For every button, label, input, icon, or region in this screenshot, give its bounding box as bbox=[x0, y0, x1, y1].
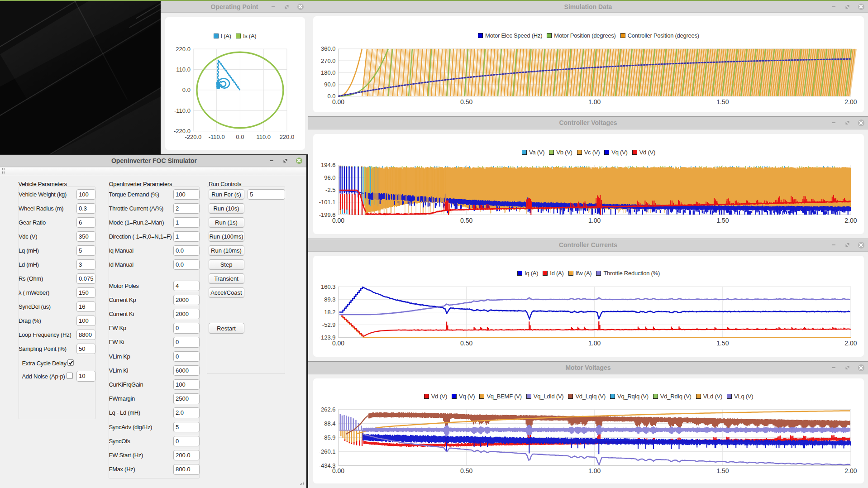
svg-text:1.00: 1.00 bbox=[588, 467, 601, 474]
svg-text:0.0: 0.0 bbox=[236, 134, 244, 140]
svg-text:110.0: 110.0 bbox=[256, 134, 271, 140]
svg-text:90.0: 90.0 bbox=[324, 81, 335, 88]
svg-text:88.4: 88.4 bbox=[324, 420, 335, 427]
svg-text:0.50: 0.50 bbox=[460, 467, 472, 474]
svg-text:1.00: 1.00 bbox=[588, 340, 601, 347]
svg-text:-260.1: -260.1 bbox=[319, 448, 336, 455]
svg-text:1.50: 1.50 bbox=[716, 217, 729, 224]
svg-text:220.0: 220.0 bbox=[176, 46, 191, 53]
svg-text:2.00: 2.00 bbox=[844, 98, 857, 105]
svg-text:0.0: 0.0 bbox=[182, 86, 190, 93]
svg-text:-52.9: -52.9 bbox=[322, 321, 336, 328]
svg-text:-220.0: -220.0 bbox=[185, 134, 201, 140]
svg-text:0.50: 0.50 bbox=[460, 340, 472, 347]
svg-text:96.0: 96.0 bbox=[324, 174, 335, 181]
svg-text:-85.9: -85.9 bbox=[322, 434, 336, 441]
svg-text:2.00: 2.00 bbox=[844, 467, 857, 474]
svg-text:110.0: 110.0 bbox=[176, 66, 191, 73]
svg-text:0.00: 0.00 bbox=[332, 467, 344, 474]
svg-text:194.6: 194.6 bbox=[321, 162, 336, 168]
svg-text:0.00: 0.00 bbox=[332, 340, 344, 347]
svg-text:270.0: 270.0 bbox=[321, 57, 336, 64]
svg-text:0.00: 0.00 bbox=[332, 98, 344, 105]
svg-text:1.50: 1.50 bbox=[716, 98, 729, 105]
svg-text:1.50: 1.50 bbox=[716, 467, 729, 474]
svg-text:18.2: 18.2 bbox=[324, 309, 335, 316]
svg-text:89.3: 89.3 bbox=[324, 296, 335, 303]
svg-text:360.0: 360.0 bbox=[321, 45, 336, 52]
svg-text:220.0: 220.0 bbox=[279, 134, 294, 140]
svg-text:1.00: 1.00 bbox=[588, 98, 601, 105]
svg-text:1.50: 1.50 bbox=[716, 340, 729, 347]
svg-text:160.3: 160.3 bbox=[321, 283, 336, 290]
svg-text:262.6: 262.6 bbox=[321, 406, 336, 413]
svg-text:2.00: 2.00 bbox=[844, 217, 857, 224]
svg-text:0.00: 0.00 bbox=[332, 217, 344, 224]
svg-text:2.00: 2.00 bbox=[844, 340, 857, 347]
svg-text:1.00: 1.00 bbox=[588, 217, 601, 224]
svg-text:-2.5: -2.5 bbox=[325, 187, 335, 193]
svg-text:0.50: 0.50 bbox=[460, 217, 472, 224]
svg-text:0.50: 0.50 bbox=[460, 98, 472, 105]
svg-text:-110.0: -110.0 bbox=[208, 134, 224, 140]
svg-text:-110.0: -110.0 bbox=[174, 107, 190, 114]
svg-text:-101.1: -101.1 bbox=[319, 199, 336, 206]
svg-text:180.0: 180.0 bbox=[321, 69, 336, 76]
